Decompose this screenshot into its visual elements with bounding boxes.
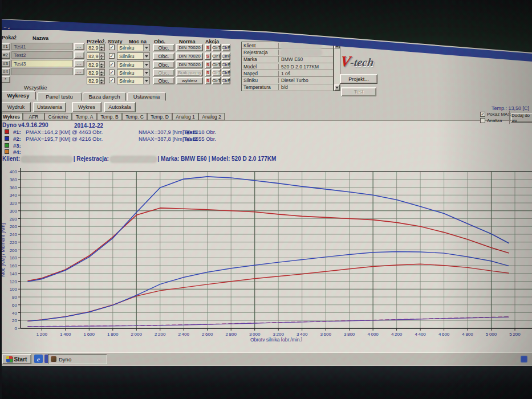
action-button-clrt[interactable]: ClrT xyxy=(212,52,221,60)
norm-button[interactable]: DIN 70020 xyxy=(176,61,203,68)
action-button-clrp[interactable]: ClrP xyxy=(222,77,230,84)
losses-checkbox[interactable]: ✓ xyxy=(109,62,115,67)
internet-explorer-icon[interactable]: e xyxy=(34,355,43,363)
tab-ustawienia[interactable]: Ustawienia xyxy=(127,92,166,101)
scroll-down-icon[interactable] xyxy=(334,84,340,91)
load-button[interactable]: Obc. xyxy=(153,69,174,76)
spinner-arrows-icon[interactable] xyxy=(99,62,104,68)
all-tests-button[interactable]: * xyxy=(1,76,10,83)
action-button-clrp[interactable]: ClrP xyxy=(222,44,230,51)
load-button[interactable]: Obc. xyxy=(153,77,174,84)
action-button-clrp[interactable]: ClrP xyxy=(222,69,230,76)
load-button[interactable]: Obc. xyxy=(153,44,174,51)
test-row-button-1[interactable]: #1 xyxy=(1,43,10,50)
action-button-clrp[interactable]: ClrP xyxy=(222,52,230,60)
start-button[interactable]: Start xyxy=(2,354,31,364)
vehicle-row: Temperaturab/d xyxy=(242,84,333,91)
chevron-down-icon[interactable] xyxy=(143,78,149,84)
action-button-clrt[interactable]: ClrT xyxy=(212,44,221,51)
subtab-afr[interactable]: AFR xyxy=(23,113,44,120)
svg-text:160: 160 xyxy=(10,263,18,268)
more-button[interactable]: ... xyxy=(74,51,84,59)
action-button-s[interactable]: S xyxy=(205,69,211,76)
test-row-button-4[interactable]: #4 xyxy=(1,68,10,75)
losses-checkbox[interactable]: ✓ xyxy=(109,78,115,83)
subtab-temp-c[interactable]: Temp. C xyxy=(122,113,147,120)
ratio-spinner[interactable]: 82,9 xyxy=(87,61,105,68)
tab-wykresy[interactable]: Wykresy xyxy=(1,91,36,100)
window-titlebar[interactable]: Dyno ver. 4.9.16.290 xyxy=(0,22,532,30)
test-name-field[interactable]: Test3 xyxy=(11,60,73,67)
chevron-down-icon[interactable] xyxy=(143,62,149,68)
tab-baza-danych[interactable]: Baza danych xyxy=(83,92,126,101)
spinner-arrows-icon[interactable] xyxy=(99,70,104,76)
action-button-s[interactable]: S xyxy=(205,61,211,68)
scroll-up-icon[interactable] xyxy=(334,42,340,48)
power-on-dropdown[interactable]: Silniku xyxy=(117,69,150,76)
action-button-clrt[interactable]: ClrT xyxy=(212,69,221,76)
action-button-clrt[interactable]: ClrT xyxy=(212,61,221,68)
spinner-arrows-icon[interactable] xyxy=(99,78,104,84)
show-max-checkbox[interactable]: ✓ xyxy=(480,112,485,117)
test-name-field[interactable]: Test2 xyxy=(11,51,73,59)
norm-button[interactable]: Brak normy xyxy=(176,69,203,76)
subtab-temp-b[interactable]: Temp. B xyxy=(97,113,122,120)
losses-checkbox[interactable]: ✓ xyxy=(109,44,115,50)
action-button-s[interactable]: S xyxy=(205,52,211,60)
test-name-field[interactable] xyxy=(11,68,73,75)
ratio-spinner[interactable]: 82,9 xyxy=(87,52,105,60)
test-row-button-2[interactable]: #2 xyxy=(1,51,10,59)
chevron-down-icon[interactable] xyxy=(143,53,149,59)
more-button[interactable]: ... xyxy=(74,68,84,75)
vehicle-row: Klient xyxy=(242,42,333,49)
action-button-clrp[interactable]: ClrP xyxy=(222,61,230,68)
subtab-analog-2[interactable]: Analog 2 xyxy=(198,113,225,120)
ratio-spinner[interactable]: 82,9 xyxy=(87,44,105,51)
add-to-print-button[interactable]: Dodaj do wy xyxy=(511,113,532,123)
project-button[interactable]: Projekt... xyxy=(340,74,377,84)
action-button-s[interactable]: S xyxy=(205,77,211,84)
power-on-dropdown[interactable]: Silniku xyxy=(117,77,150,84)
action-button-s[interactable]: S xyxy=(205,44,211,51)
test-row-button-3[interactable]: #3 xyxy=(1,60,10,67)
subtab-temp-d[interactable]: Temp. D xyxy=(147,113,172,120)
svg-text:20: 20 xyxy=(12,318,17,323)
power-on-dropdown[interactable]: Silniku xyxy=(117,61,150,68)
action-button-clrt[interactable]: ClrT xyxy=(212,77,221,84)
power-on-dropdown[interactable]: Silniku xyxy=(117,52,150,60)
subtab-wykres[interactable]: Wykres xyxy=(0,113,23,120)
load-button[interactable]: Obc. xyxy=(153,52,174,60)
more-button[interactable]: ... xyxy=(74,60,84,67)
subtab-ciśnienie[interactable]: Ciśnienie xyxy=(44,113,72,120)
registration-blur-patch xyxy=(111,157,156,162)
norm-button[interactable]: DIN 70020 xyxy=(176,44,203,51)
analysis-checkbox[interactable] xyxy=(480,118,485,123)
toolbar-autoskala-button[interactable]: Autoskala xyxy=(104,102,136,112)
chevron-down-icon[interactable] xyxy=(143,44,149,51)
norm-button[interactable]: wybierz xyxy=(176,77,203,84)
toolbar-wykres-button[interactable]: Wykres xyxy=(72,102,101,112)
losses-checkbox[interactable]: ✓ xyxy=(109,53,115,59)
power-on-dropdown[interactable]: Silniku xyxy=(117,44,150,51)
chevron-down-icon[interactable] xyxy=(143,70,149,76)
more-button[interactable]: ... xyxy=(74,43,84,50)
load-button[interactable]: Obc. xyxy=(153,61,174,68)
subtab-temp-a[interactable]: Temp. A xyxy=(72,113,97,120)
test-button[interactable]: Test xyxy=(341,87,376,96)
tray-icon[interactable] xyxy=(521,356,527,363)
norm-button[interactable]: DIN 70020 xyxy=(176,52,203,60)
ratio-spinner[interactable]: 82,9 xyxy=(87,69,105,76)
spinner-arrows-icon[interactable] xyxy=(99,44,104,51)
ratio-spinner[interactable]: 82,9 xyxy=(87,77,105,84)
monitor-photo: Dyno ver. 4.9.16.290 Pokaż Nazwa #1Test1… xyxy=(0,0,532,399)
spinner-arrows-icon[interactable] xyxy=(99,53,104,59)
test-name-field[interactable]: Test1 xyxy=(11,43,73,50)
dyno-task-button[interactable]: Dyno xyxy=(48,354,107,364)
subtab-analog-1[interactable]: Analog 1 xyxy=(172,113,198,120)
losses-checkbox[interactable]: ✓ xyxy=(109,70,115,75)
vehicle-value: Diesel Turbo xyxy=(279,78,333,83)
toolbar-ustawienia-button[interactable]: Ustawienia xyxy=(33,102,66,112)
toolbar-wydruk-button[interactable]: Wydruk xyxy=(1,102,31,112)
legend-color-swatch xyxy=(5,143,9,148)
tab-panel-testu[interactable]: Panel testu xyxy=(37,92,82,101)
